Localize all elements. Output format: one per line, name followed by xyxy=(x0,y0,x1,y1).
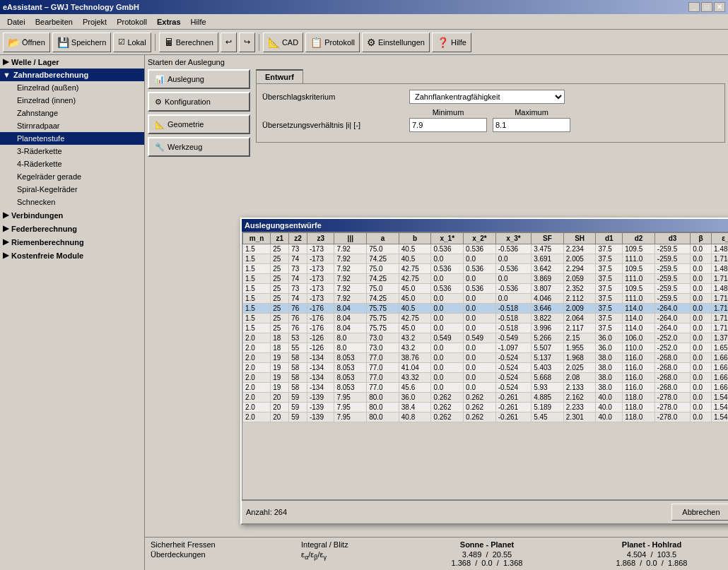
main-area: ▶ Welle / Lager ▼ Zahnradberechnung Einz… xyxy=(0,55,728,570)
save-icon: 💾 xyxy=(57,37,69,48)
maximize-button[interactable]: □ xyxy=(701,2,712,12)
help-icon: ❓ xyxy=(437,37,449,48)
cad-icon: 📐 xyxy=(268,37,280,48)
toolbar-lokal[interactable]: ☑ Lokal xyxy=(113,32,151,52)
toolbar-oeffnen[interactable]: 📂 Öffnen xyxy=(3,32,50,52)
table-row[interactable]: 2.01958-1348.05377.041.040.00.0-0.5245.4… xyxy=(243,363,729,373)
toolbar-undo[interactable]: ↩ xyxy=(221,32,237,52)
col-x1[interactable]: x_1* xyxy=(431,233,464,244)
toolbar-speichern-label: Speichern xyxy=(71,38,107,47)
modal-title-text: Auslegungsentwürfe xyxy=(245,221,322,230)
table-row[interactable]: 2.01958-1348.05377.045.60.00.0-0.5245.93… xyxy=(243,383,729,393)
sidebar-item-einzelrad-innen[interactable]: Einzelrad (innen) xyxy=(0,94,144,107)
toolbar-einstellungen-label: Einstellungen xyxy=(378,38,425,47)
sidebar-item-einzelrad-aussen[interactable]: Einzelrad (außen) xyxy=(0,81,144,94)
menu-extras[interactable]: Extras xyxy=(153,16,185,28)
expand-icon-welle: ▶ xyxy=(3,57,8,66)
col-beta[interactable]: β xyxy=(691,233,712,244)
window-title: eAssistant – GWJ Technology GmbH xyxy=(3,3,139,11)
table-row[interactable]: 1.52574-1737.9274.2542.750.00.00.03.8692… xyxy=(243,274,729,284)
close-button[interactable]: ✕ xyxy=(714,2,725,12)
modal-title-bar: Auslegungsentwürfe ✕ xyxy=(242,219,728,232)
sidebar-item-kegelraeder[interactable]: Kegelräder gerade xyxy=(0,170,144,183)
sidebar-item-stirnradpaar[interactable]: Stirnradpaar xyxy=(0,119,144,132)
col-x2[interactable]: x_2* xyxy=(464,233,496,244)
sidebar-item-verbindungen[interactable]: ▶ Verbindungen xyxy=(0,208,144,222)
menu-protokoll[interactable]: Protokoll xyxy=(112,16,151,28)
toolbar-speichern[interactable]: 💾 Speichern xyxy=(52,32,112,52)
sidebar-item-zahnstange[interactable]: Zahnstange xyxy=(0,107,144,119)
menu-hilfe[interactable]: Hilfe xyxy=(187,16,211,28)
minimize-button[interactable]: _ xyxy=(688,2,700,12)
table-row[interactable]: 1.52574-1737.9274.2540.50.00.00.03.6912.… xyxy=(243,254,729,264)
col-a[interactable]: a xyxy=(367,233,399,244)
toolbar-hilfe[interactable]: ❓ Hilfe xyxy=(432,32,471,52)
sidebar-item-zahnrad[interactable]: ▼ Zahnradberechnung xyxy=(0,69,144,81)
col-sh[interactable]: SH xyxy=(563,233,596,244)
protokoll-icon: 📋 xyxy=(310,37,322,48)
toolbar-berechnen-label: Berechnen xyxy=(176,38,213,47)
table-row[interactable]: 1.52574-1737.9274.2545.00.00.00.04.0462.… xyxy=(243,294,729,304)
table-row[interactable]: 1.52576-1768.0475.7542.750.00.0-0.5183.8… xyxy=(243,314,729,323)
data-table-wrap[interactable]: m_n z1 z2 z3 ||| a b x_1* x_2* x_3* xyxy=(242,232,728,500)
sidebar-item-planetenstufe[interactable]: Planetenstufe xyxy=(0,132,144,145)
modal-footer-buttons: Abbrechen Übernahme xyxy=(671,504,728,521)
col-m_n[interactable]: m_n xyxy=(243,233,271,244)
toolbar-redo[interactable]: ↪ xyxy=(239,32,255,52)
menu-bearbeiten[interactable]: Bearbeiten xyxy=(31,16,77,28)
col-d2[interactable]: d2 xyxy=(623,233,655,244)
sidebar-item-riemen[interactable]: ▶ Riemenberechnung xyxy=(0,235,144,249)
auslegungsentwuerfe-modal: Auslegungsentwürfe ✕ m_n z1 z2 z3 xyxy=(240,218,728,525)
cancel-button[interactable]: Abbrechen xyxy=(671,504,728,521)
col-iii[interactable]: ||| xyxy=(334,233,367,244)
col-eps-a[interactable]: ε_α xyxy=(712,233,728,244)
table-row[interactable]: 2.01853-1268.073.043.20.5490.549-0.5495.… xyxy=(243,333,729,343)
modal-overlay: Auslegungsentwürfe ✕ m_n z1 z2 z3 xyxy=(145,55,728,570)
table-row[interactable]: 1.52576-1768.0475.7540.50.00.0-0.5183.64… xyxy=(243,304,729,314)
col-sf[interactable]: SF xyxy=(532,233,564,244)
sidebar-item-3raederkette[interactable]: 3-Räderkette xyxy=(0,145,144,158)
sidebar-item-welle-lager[interactable]: ▶ Welle / Lager xyxy=(0,55,144,69)
table-row[interactable]: 1.52576-1768.0475.7545.00.00.0-0.5183.99… xyxy=(243,323,729,333)
toolbar-cad-label: CAD xyxy=(282,38,298,47)
toolbar-cad[interactable]: 📐 CAD xyxy=(263,32,303,52)
col-d3[interactable]: d3 xyxy=(654,233,690,244)
table-row[interactable]: 2.02059-1397.9580.038.40.2620.262-0.2615… xyxy=(243,403,729,412)
sidebar-item-kostenfreie[interactable]: ▶ Kostenfreie Module xyxy=(0,249,144,262)
col-d1[interactable]: d1 xyxy=(596,233,623,244)
table-header-row: m_n z1 z2 z3 ||| a b x_1* x_2* x_3* xyxy=(243,233,729,244)
toolbar-einstellungen[interactable]: ⚙ Einstellungen xyxy=(362,32,430,52)
sidebar-item-4raederkette[interactable]: 4-Räderkette xyxy=(0,158,144,170)
expand-icon-kostenfreie: ▶ xyxy=(3,251,8,260)
undo-icon: ↩ xyxy=(225,37,232,47)
title-bar: eAssistant – GWJ Technology GmbH _ □ ✕ xyxy=(0,0,728,14)
settings-icon: ⚙ xyxy=(367,37,376,48)
table-row[interactable]: 1.52573-1737.9275.042.750.5360.536-0.536… xyxy=(243,264,729,274)
table-row[interactable]: 1.52573-1737.9275.045.00.5360.536-0.5363… xyxy=(243,284,729,294)
toolbar-protokoll-label: Protokoll xyxy=(324,38,355,47)
sidebar-item-spiral-kegelraeder[interactable]: Spiral-Kegelräder xyxy=(0,183,144,196)
sidebar-item-feder[interactable]: ▶ Federberechnung xyxy=(0,222,144,235)
menu-projekt[interactable]: Projekt xyxy=(78,16,111,28)
table-row[interactable]: 2.01958-1348.05377.038.760.00.0-0.5245.1… xyxy=(243,353,729,363)
expand-icon-verbindungen: ▶ xyxy=(3,210,8,220)
col-z2[interactable]: z2 xyxy=(289,233,307,244)
col-z1[interactable]: z1 xyxy=(271,233,289,244)
table-row[interactable]: 2.01855-1268.073.043.20.00.0-1.0975.5071… xyxy=(243,343,729,353)
col-z3[interactable]: z3 xyxy=(307,233,334,244)
table-row[interactable]: 2.02059-1397.9580.036.00.2620.262-0.2614… xyxy=(243,393,729,403)
table-row[interactable]: 1.52573-1737.9275.040.50.5360.536-0.5363… xyxy=(243,244,729,254)
toolbar-oeffnen-label: Öffnen xyxy=(22,38,45,47)
toolbar: 📂 Öffnen 💾 Speichern ☑ Lokal 🖩 Berechnen… xyxy=(0,30,728,55)
sidebar-item-schnecken[interactable]: Schnecken xyxy=(0,196,144,208)
col-x3[interactable]: x_3* xyxy=(495,233,531,244)
toolbar-berechnen[interactable]: 🖩 Berechnen xyxy=(159,32,218,52)
table-row[interactable]: 2.01958-1348.05377.043.320.00.0-0.5245.6… xyxy=(243,373,729,383)
toolbar-hilfe-label: Hilfe xyxy=(451,38,466,47)
col-b[interactable]: b xyxy=(399,233,431,244)
menu-datei[interactable]: Datei xyxy=(3,16,30,28)
toolbar-protokoll[interactable]: 📋 Protokoll xyxy=(305,32,360,52)
checkbox-icon: ☑ xyxy=(118,37,125,47)
toolbar-sep-2 xyxy=(259,34,259,51)
table-row[interactable]: 2.02059-1397.9580.040.80.2620.262-0.2615… xyxy=(243,412,729,422)
